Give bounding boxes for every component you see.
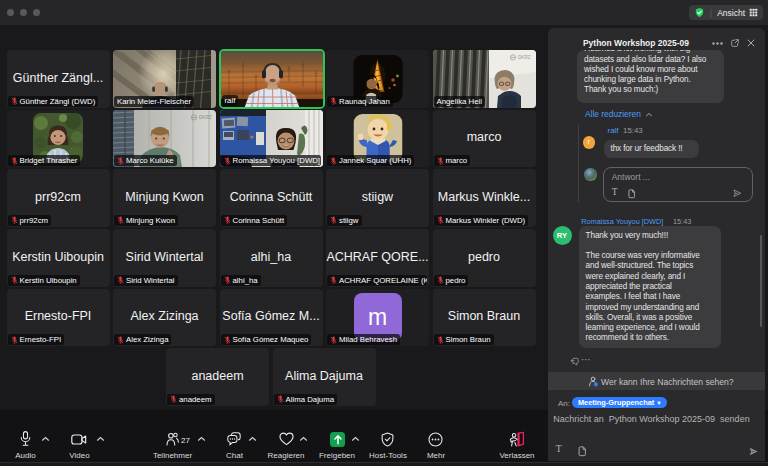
svg-text:DKRZ: DKRZ — [199, 115, 212, 120]
svg-text:DKRZ: DKRZ — [518, 55, 531, 60]
